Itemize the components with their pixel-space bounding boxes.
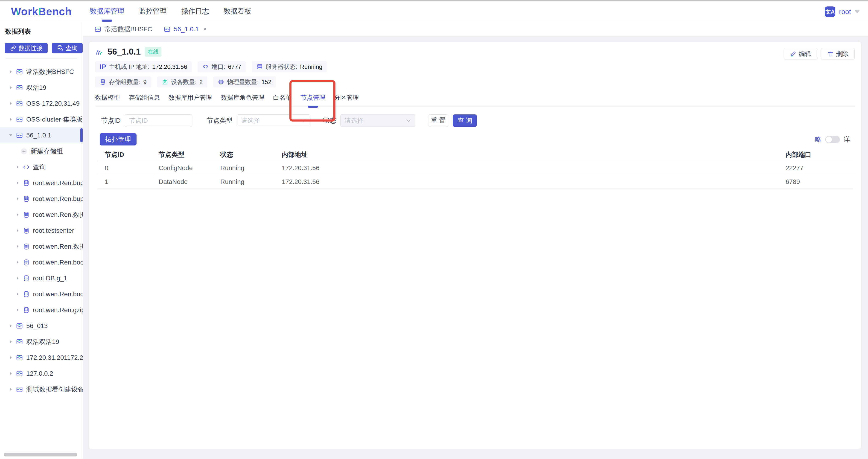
caret-right-icon[interactable]: [9, 340, 13, 344]
archive-icon: [94, 26, 101, 33]
tree-item-storage-group[interactable]: root.wen.Ren.bupu.`001`.Aa.: [0, 175, 83, 191]
tab-whitelist[interactable]: 白名单: [273, 93, 292, 102]
archive-icon: [16, 116, 23, 123]
tab-storage-group-info[interactable]: 存储组信息: [129, 93, 160, 102]
caret-right-icon[interactable]: [16, 244, 20, 248]
caret-right-icon[interactable]: [16, 213, 20, 217]
tree-item-storage-group[interactable]: root.wen.Ren.数据.`001`.Aa..: [0, 207, 83, 223]
tab-db-user-management[interactable]: 数据库用户管理: [168, 93, 212, 102]
caret-right-icon[interactable]: [16, 261, 20, 264]
tree-item-storage-group[interactable]: root.wen.Ren.gzip: [0, 302, 83, 318]
tree-item-connection[interactable]: 双活双活19: [0, 334, 83, 350]
caret-right-icon[interactable]: [9, 101, 13, 105]
archive-icon: [164, 26, 170, 33]
table-row[interactable]: 1 DataNode Running 172.20.31.56 6789: [97, 175, 853, 189]
tree-item-connection[interactable]: 常活数据BHSFC: [0, 64, 83, 80]
device-icon: [162, 79, 168, 85]
caret-right-icon[interactable]: [16, 292, 20, 296]
database-icon: [23, 307, 30, 313]
tree-item-connection[interactable]: OSS-172.20.31.49: [0, 95, 83, 112]
database-icon: [23, 275, 30, 282]
measurement-icon: [218, 79, 224, 85]
database-icon: [23, 195, 30, 202]
tree-item-storage-group[interactable]: root.testsenter: [0, 223, 83, 239]
toggle-knob: [826, 136, 832, 143]
selected-indicator: [80, 128, 83, 142]
tree-item-storage-group[interactable]: root.wen.Ren.bupu.`001`.Aa.: [0, 191, 83, 207]
caret-down-icon[interactable]: [9, 133, 13, 137]
caret-right-icon[interactable]: [9, 117, 13, 121]
workspace-tab-connection[interactable]: 常活数据BHSFC: [94, 25, 152, 34]
user-menu[interactable]: 文A root: [825, 6, 860, 17]
info-chip-storage-groups: 存储组数量: 9: [95, 76, 151, 88]
top-nav: WorkBench 数据库管理 监控管理 操作日志 数据看板 文A root: [0, 1, 868, 22]
caret-right-icon[interactable]: [9, 86, 13, 90]
tree-item-connection[interactable]: OSS-cluster-集群版: [0, 112, 83, 127]
tab-node-management[interactable]: 节点管理: [301, 93, 325, 102]
translate-avatar-icon[interactable]: 文A: [825, 6, 835, 17]
caret-right-icon[interactable]: [9, 371, 13, 375]
username[interactable]: root: [839, 8, 851, 16]
pencil-icon: [790, 51, 796, 57]
menu-item-monitor-management[interactable]: 监控管理: [139, 7, 167, 16]
caret-right-icon[interactable]: [16, 181, 20, 185]
sidebar-query-button[interactable]: 查询: [52, 43, 83, 53]
caret-right-icon[interactable]: [9, 70, 13, 74]
node-type-select[interactable]: 请选择: [237, 114, 310, 127]
sidebar-horizontal-scrollbar[interactable]: [4, 453, 78, 456]
status-select[interactable]: 请选择: [340, 114, 415, 127]
menu-item-data-dashboard[interactable]: 数据看板: [224, 7, 251, 16]
tree-item-connection[interactable]: 127.0.0.2: [0, 366, 83, 381]
link-icon: [10, 45, 17, 51]
tree-item-storage-group[interactable]: root.DB.g_1: [0, 270, 83, 286]
caret-right-icon[interactable]: [16, 276, 20, 280]
tab-data-model[interactable]: 数据模型: [95, 93, 120, 102]
caret-right-icon[interactable]: [9, 324, 13, 328]
plus-circle-icon[interactable]: [21, 148, 27, 155]
topology-management-button[interactable]: 拓扑管理: [100, 133, 136, 146]
close-tab-icon[interactable]: ×: [203, 26, 207, 33]
reset-button[interactable]: 重 置: [428, 114, 448, 127]
tab-partition-management[interactable]: 分区管理: [334, 93, 359, 102]
tree-item-connection[interactable]: 172.20.31.201172.20.31.201172.: [0, 350, 83, 366]
table-row[interactable]: 0 ConfigNode Running 172.20.31.56 22277: [97, 161, 853, 175]
caret-right-icon[interactable]: [9, 388, 13, 391]
tree-item-connection[interactable]: 双活19: [0, 80, 83, 95]
tree-item-connection-selected[interactable]: 56_1.0.1: [0, 127, 83, 143]
node-filter-form: 节点ID 节点类型 请选择 状态 请选择 重 置 查 询: [101, 114, 477, 127]
archive-icon: [16, 354, 23, 361]
query-button[interactable]: 查 询: [453, 114, 477, 127]
archive-icon: [16, 322, 23, 329]
menu-item-database-management[interactable]: 数据库管理: [90, 7, 124, 16]
tree-item-new-storage-group[interactable]: 新建存储组: [0, 143, 83, 159]
info-chip-server-status: 服务器状态: Running: [252, 61, 327, 72]
archive-icon: [16, 68, 23, 75]
detail-toggle[interactable]: [825, 136, 840, 143]
instance-name: 56_1.0.1: [107, 47, 141, 57]
node-id-input[interactable]: [125, 114, 192, 127]
tree-item-connection[interactable]: 56_013: [0, 318, 83, 334]
node-id-label: 节点ID: [101, 116, 121, 125]
caret-right-icon[interactable]: [16, 165, 20, 169]
menu-item-operation-log[interactable]: 操作日志: [181, 7, 209, 16]
caret-right-icon[interactable]: [16, 228, 20, 233]
trash-icon: [827, 51, 834, 57]
delete-button[interactable]: 删除: [821, 48, 855, 60]
detail-tab-bar: 数据模型 存储组信息 数据库用户管理 数据库角色管理 白名单 节点管理 分区管理: [95, 93, 855, 106]
database-icon: [23, 180, 30, 186]
edit-button[interactable]: 编辑: [784, 48, 817, 60]
detail-label: 详: [844, 135, 850, 144]
instance-detail-card: 56_1.0.1 在线 编辑 删除 IP 主机或 IP 地址: 172.20.: [89, 42, 861, 449]
tree-item-connection[interactable]: 测试数据看创建设备: [0, 381, 83, 397]
caret-right-icon[interactable]: [9, 356, 13, 360]
caret-right-icon[interactable]: [16, 197, 20, 201]
tree-item-query[interactable]: 查询: [0, 159, 83, 175]
tree-item-storage-group[interactable]: root.wen.Ren.boolean: [0, 286, 83, 302]
tab-db-role-management[interactable]: 数据库角色管理: [221, 93, 264, 102]
workspace-tab-instance[interactable]: 56_1.0.1 ×: [164, 26, 207, 33]
data-connection-button[interactable]: 数据连接: [5, 43, 48, 53]
caret-right-icon[interactable]: [16, 308, 20, 312]
tree-item-storage-group[interactable]: root.wen.Ren.bool: [0, 254, 83, 270]
tree-item-storage-group[interactable]: root.wen.Ren.数据.`001`.Aa..: [0, 239, 83, 254]
column-header-node-id: 节点ID: [97, 150, 159, 159]
